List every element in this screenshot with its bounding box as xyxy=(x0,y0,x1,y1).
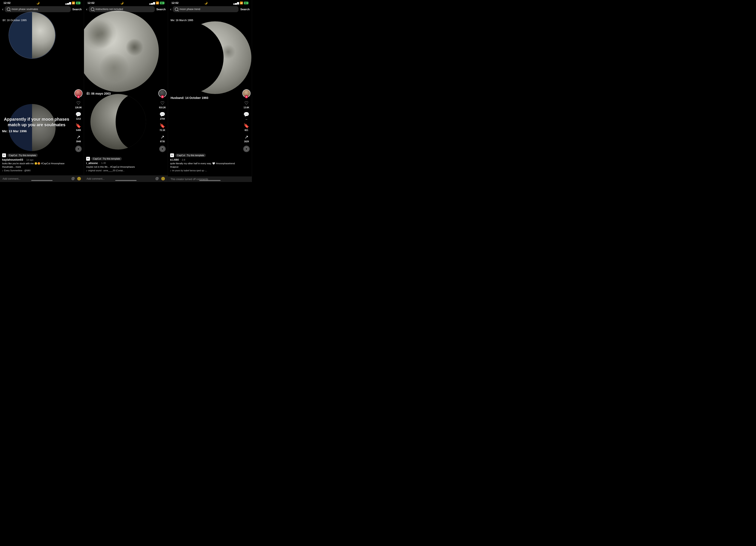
avatar-plus-1: + xyxy=(77,95,80,99)
moon-large-2 xyxy=(84,11,159,92)
status-icons-2: ▂▄▆ 📶 56+ xyxy=(149,1,164,4)
search-bar-3: ‹ moon phase trend Search xyxy=(170,6,250,12)
username-row-1: kaylahouston03 · 1d ago xyxy=(2,158,71,161)
capcut-bar-3[interactable]: ✂ CapCut · Try this template xyxy=(170,153,239,157)
comment-action-2[interactable]: 💬 2704 xyxy=(159,112,165,120)
music-row-3: ♪ im yours by isabel larosa sped up -... xyxy=(170,169,239,172)
capcut-bar-2[interactable]: ✂ CapCut · Try this template xyxy=(86,157,155,161)
search-input-wrap-1[interactable]: moon phase soulmates xyxy=(5,6,71,12)
search-icon-1 xyxy=(7,7,10,11)
back-button-1[interactable]: ‹ xyxy=(2,7,3,12)
share-icon-3: ↗ xyxy=(245,134,248,140)
caption-2: maybe not in this life... #CapCut #moonp… xyxy=(86,165,155,169)
status-icons-3: ▂▄▆ 📶 56+ xyxy=(233,1,248,4)
bottom-info-1: ✂ CapCut · Try this template kaylahousto… xyxy=(0,152,73,173)
bookmark-icon-2: 🔖 xyxy=(159,123,165,129)
bookmark-icon-1: 🔖 xyxy=(75,123,81,129)
dot-sep-1: · xyxy=(24,159,25,161)
phone-screen-1: 12:02 🌙 ▂▄▆ 📶 56+ ‹ moon phase soulmates… xyxy=(0,0,84,182)
like-action-2[interactable]: ♡ 910.2K xyxy=(159,100,166,109)
bookmark-action-2[interactable]: 🔖 72.1K xyxy=(159,123,165,131)
search-button-3[interactable]: Search xyxy=(240,8,249,11)
status-bar-3: 12:02 🌙 ▂▄▆ 📶 56+ xyxy=(168,0,252,5)
music-note-2: ♪ xyxy=(86,169,87,172)
music-disc-action-2[interactable] xyxy=(159,146,166,152)
search-button-1[interactable]: Search xyxy=(72,8,82,11)
caption-3: quite literally my other half in every w… xyxy=(170,162,239,169)
capcut-template-1: CapCut · Try this template xyxy=(7,154,38,157)
music-row-2: ♪ original sound - anne____00 (Contai... xyxy=(86,169,155,172)
signal-icon-2: ▂▄▆ xyxy=(149,1,155,4)
username-3[interactable]: e.i.444 xyxy=(170,158,179,161)
status-icons-1: ▂▄▆ 📶 56+ xyxy=(65,1,80,4)
at-icon-1[interactable]: @ xyxy=(71,177,75,181)
comment-bar-1: Add comment... @ 🙂 xyxy=(0,175,84,182)
avatar-plus-2: + xyxy=(161,95,164,99)
comment-input-2[interactable]: Add comment... xyxy=(87,177,155,180)
like-count-1: 126.0K xyxy=(75,106,82,109)
comment-icon-3: 💬 xyxy=(243,112,249,117)
status-bar-1: 12:02 🌙 ▂▄▆ 📶 56+ xyxy=(0,0,84,5)
share-action-3[interactable]: ↗ 1629 xyxy=(244,134,249,143)
emoji-icon-1[interactable]: 🙂 xyxy=(77,177,81,181)
music-note-3: ♪ xyxy=(170,169,171,172)
wifi-icon-3: 📶 xyxy=(240,1,243,4)
search-query-1: moon phase soulmates xyxy=(12,8,38,11)
status-time-1: 12:02 xyxy=(3,1,10,4)
search-button-2[interactable]: Search xyxy=(156,8,166,11)
share-action-2[interactable]: ↗ 8735 xyxy=(160,134,165,143)
music-disc-action-3[interactable] xyxy=(243,146,250,152)
comment-input-1[interactable]: Add comment... xyxy=(3,177,71,180)
avatar-item-3[interactable]: + xyxy=(242,89,251,97)
username-1[interactable]: kaylahouston03 xyxy=(2,158,23,161)
search-icon-2 xyxy=(91,7,94,11)
bookmark-action-3[interactable]: 🔖 821 xyxy=(243,123,249,131)
music-title-3: im yours by isabel larosa sped up -... xyxy=(172,170,207,172)
status-bar-2: 12:02 🌙 ▂▄▆ 📶 56+ xyxy=(84,0,168,5)
search-input-wrap-3[interactable]: moon phase trend xyxy=(173,6,239,12)
post-time-1: 1d ago xyxy=(26,159,34,161)
music-title-1: Every Summertime - @NIKI xyxy=(4,170,31,172)
heart-icon-1: ♡ xyxy=(76,100,81,106)
back-button-3[interactable]: ‹ xyxy=(170,7,171,12)
comment-action-1[interactable]: 💬 1213 xyxy=(75,112,81,120)
phone-screen-3: 12:02 🌙 ▂▄▆ 📶 56+ ‹ moon phase trend Sea… xyxy=(168,0,252,182)
battery-3: 56+ xyxy=(244,2,248,4)
like-action-3[interactable]: ♡ 13.6K xyxy=(244,100,249,109)
caption-1: looks like you're stuck with me 😌😍 #CapC… xyxy=(2,162,71,169)
music-disc-action-1[interactable] xyxy=(75,146,82,152)
home-indicator-1 xyxy=(31,180,53,181)
status-time-2: 12:02 xyxy=(87,1,94,4)
comment-count-2: 2704 xyxy=(160,118,165,120)
capcut-bar-1[interactable]: ✂ CapCut · Try this template xyxy=(2,153,71,157)
avatar-item-2[interactable]: + xyxy=(158,89,167,97)
capcut-icon-3: ✂ xyxy=(170,153,174,157)
capcut-template-2: CapCut · Try this template xyxy=(91,157,122,161)
el-date-2: Él: 06 mayo 2003 xyxy=(87,92,111,95)
home-indicator-2 xyxy=(115,180,137,181)
avatar-2: + xyxy=(158,89,167,97)
share-icon-1: ↗ xyxy=(77,134,80,140)
dot-sep-2: · xyxy=(99,162,100,164)
bookmark-count-1: 5499 xyxy=(76,129,81,131)
music-disc-1 xyxy=(75,146,82,152)
wifi-icon-1: 📶 xyxy=(72,1,75,4)
avatar-item-1[interactable]: + xyxy=(74,89,83,97)
video-text-1: Apparently if your moon phases match up … xyxy=(2,116,71,133)
emoji-icon-2[interactable]: 🙂 xyxy=(161,177,165,181)
search-input-wrap-2[interactable]: instructions not included xyxy=(89,6,155,12)
comment-action-3[interactable]: 💬 ... xyxy=(243,112,249,120)
action-buttons-1: + ♡ 126.0K 💬 1213 🔖 5499 ↗ 3949 xyxy=(74,89,83,152)
search-query-3: moon phase trend xyxy=(180,8,200,11)
bookmark-action-1[interactable]: 🔖 5499 xyxy=(75,123,81,131)
like-action-1[interactable]: ♡ 126.0K xyxy=(75,100,82,109)
music-row-1: ♪ Every Summertime - @NIKI xyxy=(2,169,71,172)
username-2[interactable]: i_alisonc xyxy=(86,162,98,165)
at-icon-2[interactable]: @ xyxy=(155,177,159,181)
music-disc-inner-1 xyxy=(78,148,79,150)
top-date-label-1: Bf: 16 October 1995 xyxy=(3,19,27,22)
share-action-1[interactable]: ↗ 3949 xyxy=(76,134,81,143)
bottom-info-3: ✂ CapCut · Try this template e.i.444 · 2… xyxy=(168,152,241,173)
back-button-2[interactable]: ‹ xyxy=(86,7,87,12)
signal-icon-3: ▂▄▆ xyxy=(233,1,239,4)
